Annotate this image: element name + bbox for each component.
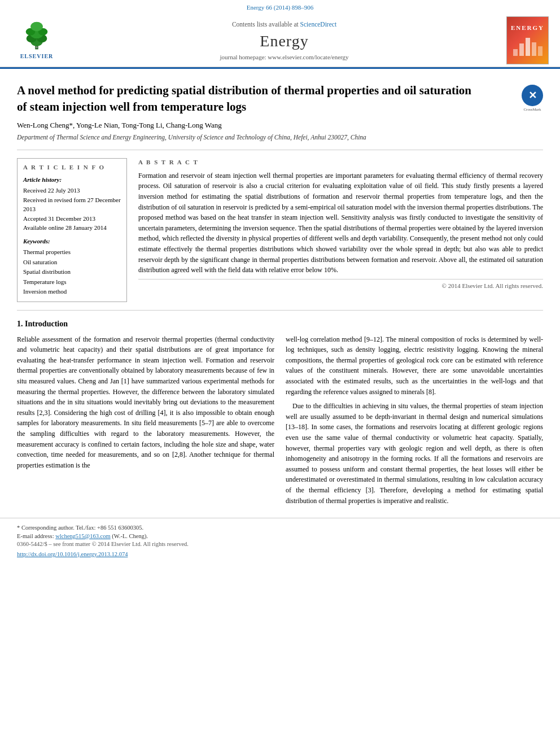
article-history: Article history: Received 22 July 2013 R… [23, 176, 121, 233]
crossmark-label: CrossMark [522, 107, 543, 113]
svg-rect-9 [513, 49, 518, 56]
keywords-label: Keywords: [23, 237, 121, 246]
section-1: 1. Introduction Reliable assessment of t… [17, 318, 543, 510]
accepted-date: Accepted 31 December 2013 [23, 214, 121, 224]
svg-point-8 [36, 46, 38, 49]
abstract-title: A B S T R A C T [138, 158, 543, 167]
received-date: Received 22 July 2013 [23, 186, 121, 195]
svg-rect-10 [519, 43, 524, 56]
article-title: A novel method for predicting spatial di… [17, 82, 480, 115]
abstract-text: Formation and reservoir of steam injecti… [138, 171, 543, 276]
svg-rect-13 [538, 46, 542, 56]
article-info-title: A R T I C L E I N F O [23, 163, 121, 172]
main-content: A novel method for predicting spatial di… [0, 75, 560, 518]
issn-note: 0360-5442/$ – see front matter © 2014 El… [17, 540, 543, 549]
svg-rect-11 [526, 38, 530, 56]
journal-name: Energy [62, 30, 506, 52]
affiliation: Department of Thermal Science and Energy… [17, 133, 543, 142]
intro-right-para2: Due to the difficulties in achieving in … [286, 401, 543, 506]
journal-ref: Energy 66 (2014) 898–906 [11, 3, 549, 12]
svg-point-7 [30, 22, 43, 32]
body-separator [17, 310, 543, 311]
authors: Wen-Long Cheng*, Yong-Le Nian, Tong-Tong… [17, 120, 543, 130]
cover-chart-icon [512, 32, 543, 58]
journal-cover-image: ENERGY [506, 16, 549, 64]
svg-rect-12 [532, 42, 536, 56]
keyword-5: Inversion method [23, 287, 121, 297]
keyword-3: Spatial distribution [23, 267, 121, 277]
footnote-name: (W.-L. Cheng). [112, 533, 148, 539]
elsevier-text: ELSEVIER [20, 53, 54, 60]
introduction-columns: Reliable assessment of the formation and… [17, 334, 543, 510]
intro-right-col: well-log correlation method [9–12]. The … [286, 334, 543, 510]
intro-left-col: Reliable assessment of the formation and… [17, 334, 274, 510]
revised-date: Received in revised form 27 December 201… [23, 195, 121, 214]
doi-link[interactable]: http://dx.doi.org/10.1016/j.energy.2013.… [17, 551, 128, 557]
history-label: Article history: [23, 176, 121, 184]
crossmark-badge[interactable]: ✕ CrossMark [522, 85, 543, 113]
elsevier-tree-icon [17, 20, 56, 51]
keyword-2: Oil saturation [23, 257, 121, 268]
doi-line: http://dx.doi.org/10.1016/j.energy.2013.… [17, 551, 543, 559]
copyright-line: © 2014 Elsevier Ltd. All rights reserved… [138, 279, 543, 290]
article-info-column: A R T I C L E I N F O Article history: R… [17, 158, 127, 302]
info-abstract-columns: A R T I C L E I N F O Article history: R… [17, 158, 543, 302]
article-info-box: A R T I C L E I N F O Article history: R… [17, 158, 127, 302]
journal-homepage: journal homepage: www.elsevier.com/locat… [62, 53, 506, 62]
footnote-author: * Corresponding author. Tel./fax: +86 55… [17, 524, 543, 540]
footnote-email-link[interactable]: wlcheng515@163.com [55, 533, 110, 539]
keyword-1: Thermal properties [23, 247, 121, 257]
elsevier-logo: ELSEVIER [11, 20, 62, 60]
journal-center: Contents lists available at ScienceDirec… [62, 20, 506, 62]
crossmark-icon: ✕ [522, 85, 543, 106]
section-1-heading: 1. Introduction [17, 318, 543, 330]
footnote-email-label: E-mail address: [17, 533, 54, 539]
page-footer: * Corresponding author. Tel./fax: +86 55… [0, 518, 560, 562]
article-title-section: A novel method for predicting spatial di… [17, 82, 543, 115]
sciencedirect-line: Contents lists available at ScienceDirec… [62, 20, 506, 29]
intro-right-para1: well-log correlation method [9–12]. The … [286, 334, 543, 397]
intro-left-para1: Reliable assessment of the formation and… [17, 334, 274, 471]
abstract-column: A B S T R A C T Formation and reservoir … [138, 158, 543, 302]
blue-separator [0, 67, 560, 69]
header-separator [17, 150, 543, 150]
page: Energy 66 (2014) 898–906 ELSE [0, 0, 560, 747]
online-date: Available online 28 January 2014 [23, 223, 121, 233]
sciencedirect-link[interactable]: ScienceDirect [300, 21, 337, 28]
journal-header: Energy 66 (2014) 898–906 ELSE [0, 0, 560, 67]
keyword-4: Temperature logs [23, 277, 121, 287]
keywords-section: Keywords: Thermal properties Oil saturat… [23, 237, 121, 297]
